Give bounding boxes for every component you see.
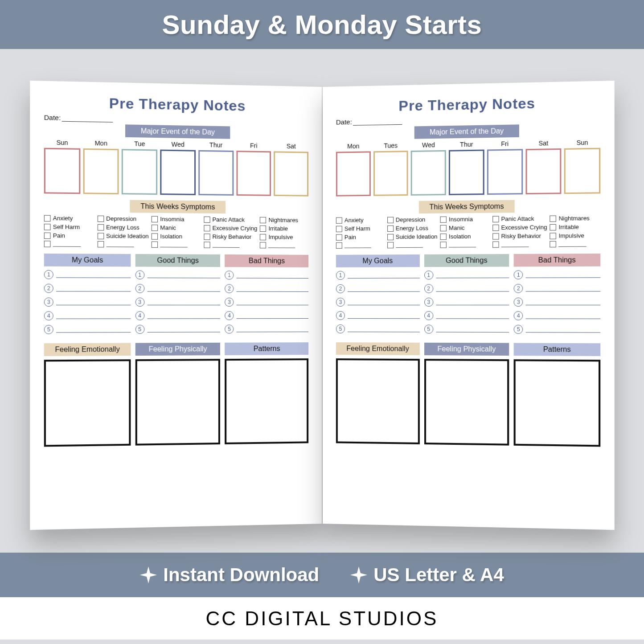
checkbox-icon[interactable] [336,242,342,249]
symptom-blank[interactable] [151,242,201,248]
checkbox-icon[interactable] [492,242,498,248]
checkbox-icon[interactable] [44,232,50,238]
checkbox-icon[interactable] [97,241,104,247]
symptom-item[interactable]: Insomnia [151,216,201,223]
checkbox-icon[interactable] [44,224,50,230]
checkbox-icon[interactable] [336,217,342,223]
checkbox-icon[interactable] [204,242,210,248]
numbered-line[interactable]: 3 [336,298,419,307]
symptom-item[interactable]: Manic [440,224,489,231]
checkbox-icon[interactable] [550,233,556,239]
numbered-line[interactable]: 1 [513,270,600,279]
symptom-blank[interactable] [97,241,148,248]
checkbox-icon[interactable] [44,241,50,247]
day-box[interactable] [411,150,446,196]
symptom-blank[interactable] [387,242,437,248]
numbered-line[interactable]: 5 [44,325,130,334]
numbered-line[interactable]: 2 [424,284,509,293]
day-box[interactable] [564,148,600,194]
big-box[interactable] [225,358,308,444]
checkbox-icon[interactable] [336,226,342,232]
checkbox-icon[interactable] [387,242,393,248]
date-field[interactable]: Date: [336,114,600,126]
numbered-line[interactable]: 2 [336,284,419,293]
symptom-item[interactable]: Self Harm [44,223,94,230]
checkbox-icon[interactable] [97,233,104,239]
numbered-line[interactable]: 3 [225,298,308,307]
numbered-line[interactable]: 5 [336,324,419,334]
checkbox-icon[interactable] [151,233,157,239]
symptom-item[interactable]: Excessive Crying [492,224,547,231]
numbered-line[interactable]: 1 [135,271,220,280]
date-field[interactable]: Date: [44,114,308,126]
checkbox-icon[interactable] [204,234,210,240]
big-box[interactable] [336,358,419,444]
checkbox-icon[interactable] [151,216,157,222]
checkbox-icon[interactable] [550,224,556,230]
symptom-item[interactable]: Depression [387,216,437,223]
numbered-line[interactable]: 4 [44,311,130,320]
numbered-line[interactable]: 1 [424,271,509,280]
numbered-line[interactable]: 5 [424,324,509,334]
symptom-item[interactable]: Nightmares [260,217,308,224]
symptom-item[interactable]: Irritable [260,225,308,232]
symptom-blank[interactable] [440,242,489,248]
symptom-item[interactable]: Panic Attack [492,215,547,222]
checkbox-icon[interactable] [387,234,393,240]
checkbox-icon[interactable] [492,233,498,239]
numbered-line[interactable]: 2 [135,284,220,293]
checkbox-icon[interactable] [44,215,50,222]
numbered-line[interactable]: 4 [135,311,220,320]
day-box[interactable] [160,150,195,195]
checkbox-icon[interactable] [260,217,266,223]
numbered-line[interactable]: 2 [513,284,600,293]
day-box[interactable] [122,149,157,195]
symptom-item[interactable]: Pain [44,232,94,239]
checkbox-icon[interactable] [440,225,446,231]
checkbox-icon[interactable] [151,242,157,248]
checkbox-icon[interactable] [151,225,157,231]
checkbox-icon[interactable] [260,242,266,248]
symptom-item[interactable]: Isolation [440,233,489,240]
numbered-line[interactable]: 4 [513,311,600,320]
symptom-item[interactable]: Suicide Ideation [387,233,437,240]
numbered-line[interactable]: 3 [44,298,130,307]
symptom-blank[interactable] [550,241,600,247]
symptom-item[interactable]: Nightmares [550,215,600,222]
symptom-item[interactable]: Pain [336,234,384,241]
symptom-item[interactable]: Depression [97,215,148,222]
checkbox-icon[interactable] [260,225,266,231]
symptom-item[interactable]: Suicide Ideation [97,232,148,239]
symptom-blank[interactable] [44,241,94,247]
symptom-item[interactable]: Risky Behavior [204,233,257,240]
day-box[interactable] [83,148,119,194]
day-box[interactable] [198,150,234,196]
checkbox-icon[interactable] [440,242,446,248]
numbered-line[interactable]: 2 [225,284,308,293]
numbered-line[interactable]: 4 [336,311,419,320]
numbered-line[interactable]: 4 [225,311,308,320]
symptom-blank[interactable] [336,242,384,249]
checkbox-icon[interactable] [550,241,556,247]
numbered-line[interactable]: 3 [424,298,509,307]
checkbox-icon[interactable] [492,216,498,222]
big-box[interactable] [135,359,220,445]
numbered-line[interactable]: 3 [513,298,600,307]
symptom-blank[interactable] [204,242,257,248]
checkbox-icon[interactable] [440,234,446,240]
symptom-item[interactable]: Anxiety [336,217,384,224]
numbered-line[interactable]: 1 [336,271,419,280]
symptom-item[interactable]: Irritable [550,223,600,230]
numbered-line[interactable]: 5 [513,325,600,334]
numbered-line[interactable]: 3 [135,298,220,307]
checkbox-icon[interactable] [387,217,393,223]
big-box[interactable] [44,359,130,447]
checkbox-icon[interactable] [204,216,210,222]
numbered-line[interactable]: 4 [424,311,509,320]
numbered-line[interactable]: 5 [225,324,308,334]
day-box[interactable] [449,150,484,195]
symptom-item[interactable]: Panic Attack [204,216,257,223]
day-box[interactable] [274,151,308,196]
big-box[interactable] [424,359,509,445]
checkbox-icon[interactable] [336,234,342,240]
